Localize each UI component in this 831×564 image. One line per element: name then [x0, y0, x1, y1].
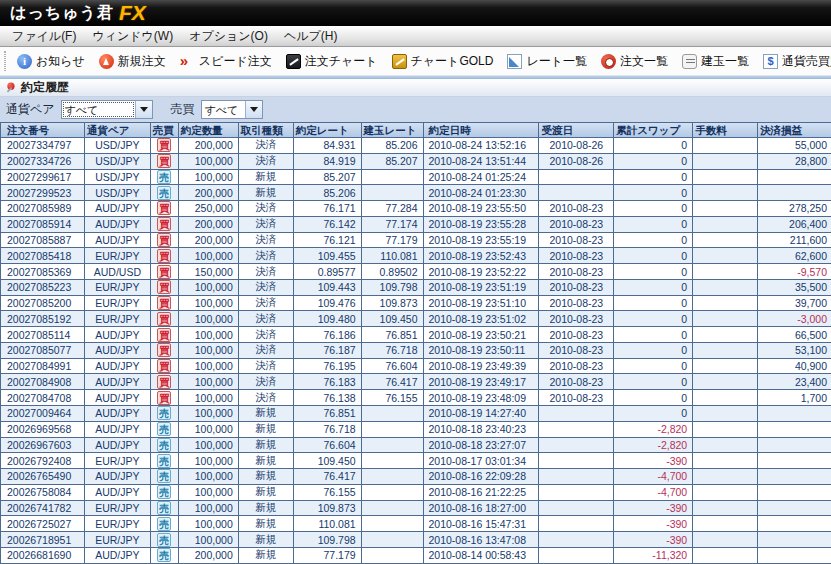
toolbar-button-new-order[interactable]: 新規注文	[92, 51, 173, 72]
table-row[interactable]: 20027085077AUD/JPY買100,000決済76.18776.718…	[0, 343, 831, 359]
cell-swap: 0	[614, 233, 693, 248]
toolbar-button-currency-summary[interactable]: 通貨売買別	[756, 51, 831, 72]
cell-trade-type: 新規	[239, 469, 294, 484]
cell-pair: USD/JPY	[85, 185, 151, 200]
currency-pair-dropdown-button[interactable]	[135, 101, 152, 118]
side-select[interactable]: すべて	[201, 100, 263, 119]
table-row[interactable]: 20027084908AUD/JPY買100,000決済76.18376.417…	[0, 374, 831, 390]
menu-item-0[interactable]: ファイル(F)	[4, 26, 84, 47]
toolbar-grip[interactable]	[4, 51, 6, 71]
currency-pair-select[interactable]: すべて	[61, 100, 153, 119]
table-row[interactable]: 20027085887AUD/JPY買200,000決済76.12177.179…	[0, 233, 831, 249]
cell-fee	[693, 438, 758, 453]
toolbar-button-position-list[interactable]: 建玉一覧	[675, 51, 756, 72]
table-row[interactable]: 20026765490AUD/JPY売100,000新規76.4172010-0…	[0, 469, 831, 485]
cell-order-no: 20026792408	[1, 453, 85, 468]
table-row[interactable]: 20027085200EUR/JPY買100,000決済109.476109.8…	[0, 296, 831, 312]
table-row[interactable]: 20027009464AUD/JPY売100,000新規76.8512010-0…	[0, 406, 831, 422]
cell-exec-rate: 76.183	[294, 374, 362, 389]
info-icon	[17, 54, 32, 69]
cell-trade-type: 決済	[239, 280, 294, 295]
cell-exec-datetime: 2010-08-18 23:27:07	[424, 438, 540, 453]
cell-open-rate: 77.179	[362, 233, 424, 248]
cell-fee	[693, 422, 758, 437]
table-row[interactable]: 20027085369AUD/USD買150,000決済0.895770.895…	[0, 264, 831, 280]
cell-value-date: 2010-08-23	[539, 327, 614, 342]
cell-trade-type: 決済	[239, 201, 294, 216]
cell-trade-type: 決済	[239, 296, 294, 311]
table-row[interactable]: 20026681690AUD/JPY売200,000新規77.1792010-0…	[0, 548, 831, 564]
toolbar-button-rate-list[interactable]: レート一覧	[500, 51, 594, 72]
cell-side: 売	[151, 438, 179, 453]
buy-badge: 買	[157, 217, 171, 231]
cell-fee	[693, 501, 758, 516]
cell-exec-rate: 76.604	[294, 438, 362, 453]
cell-quantity: 100,000	[179, 248, 239, 263]
menu-item-1[interactable]: ウィンドウ(W)	[84, 26, 181, 47]
cell-exec-datetime: 2010-08-19 23:50:21	[424, 327, 540, 342]
table-row[interactable]: 20027334797USD/JPY買200,000決済84.93185.206…	[0, 138, 831, 154]
cell-trade-type: 決済	[239, 343, 294, 358]
menu-item-3[interactable]: ヘルプ(H)	[276, 26, 346, 47]
cell-trade-type: 決済	[239, 233, 294, 248]
cell-fee	[693, 138, 758, 153]
toolbar-button-speed-order[interactable]: スピード注文	[173, 51, 279, 72]
cell-fee	[693, 485, 758, 500]
table-row[interactable]: 20026969568AUD/JPY売100,000新規76.7182010-0…	[0, 422, 831, 438]
cell-exec-rate: 109.443	[294, 280, 362, 295]
menu-item-2[interactable]: オプション(O)	[181, 26, 276, 47]
cell-pair: AUD/USD	[85, 264, 151, 279]
cell-pl	[758, 170, 831, 185]
cell-value-date	[539, 453, 614, 468]
table-row[interactable]: 20027084991AUD/JPY買100,000決済76.19576.604…	[0, 359, 831, 375]
table-row[interactable]: 20027085418EUR/JPY買100,000決済109.455110.0…	[0, 248, 831, 264]
cell-fee	[693, 469, 758, 484]
cell-pl: 28,800	[758, 154, 831, 169]
cell-trade-type: 新規	[239, 516, 294, 531]
cell-exec-datetime: 2010-08-16 18:27:00	[424, 501, 540, 516]
table-row[interactable]: 20027085914AUD/JPY買200,000決済76.14277.174…	[0, 217, 831, 233]
cell-pair: EUR/JPY	[85, 280, 151, 295]
cell-pair: EUR/JPY	[85, 248, 151, 263]
cell-exec-rate: 85.206	[294, 185, 362, 200]
cell-swap: -4,700	[614, 469, 693, 484]
cell-pair: AUD/JPY	[85, 406, 151, 421]
table-body: 20027334797USD/JPY買200,000決済84.93185.206…	[0, 138, 831, 564]
table-row[interactable]: 20027085989AUD/JPY買250,000決済76.17177.284…	[0, 201, 831, 217]
table-row[interactable]: 20026792408EUR/JPY売100,000新規109.4502010-…	[0, 453, 831, 469]
table-row[interactable]: 20027084708AUD/JPY買100,000決済76.13876.155…	[0, 390, 831, 406]
cell-side: 売	[151, 170, 179, 185]
toolbar-button-label: 通貨売買別	[782, 53, 831, 70]
table-row[interactable]: 20027085223EUR/JPY買100,000決済109.443109.7…	[0, 280, 831, 296]
table-row[interactable]: 20027085192EUR/JPY買100,000決済109.480109.4…	[0, 311, 831, 327]
toolbar-button-label: スピード注文	[199, 53, 272, 70]
toolbar-button-order-chart[interactable]: 注文チャート	[279, 51, 385, 72]
cell-exec-datetime: 2010-08-19 23:51:10	[424, 296, 540, 311]
panel-header: 約定履歴	[0, 79, 831, 97]
table-row[interactable]: 20027334726USD/JPY買100,000決済84.91985.207…	[0, 154, 831, 170]
cell-open-rate	[362, 185, 424, 200]
cell-pl: 206,400	[758, 217, 831, 232]
toolbar-button-chart-gold[interactable]: チャートGOLD	[385, 51, 501, 72]
table-row[interactable]: 20026741782EUR/JPY売100,000新規109.8732010-…	[0, 501, 831, 517]
table-row[interactable]: 20026725027EUR/JPY売100,000新規110.0812010-…	[0, 516, 831, 532]
table-row[interactable]: 20027299617USD/JPY売100,000新規85.2072010-0…	[0, 170, 831, 186]
table-row[interactable]: 20026967603AUD/JPY売100,000新規76.6042010-0…	[0, 438, 831, 454]
table-row[interactable]: 20027299523USD/JPY売200,000新規85.2062010-0…	[0, 185, 831, 201]
cell-fee	[693, 532, 758, 547]
cell-value-date	[539, 406, 614, 421]
table-row[interactable]: 20026718951EUR/JPY売100,000新規109.7982010-…	[0, 532, 831, 548]
cell-quantity: 200,000	[179, 233, 239, 248]
cell-value-date: 2010-08-23	[539, 311, 614, 326]
sell-badge: 売	[157, 406, 171, 420]
table-row[interactable]: 20027085114AUD/JPY買100,000決済76.18676.851…	[0, 327, 831, 343]
table-row[interactable]: 20026758084AUD/JPY売100,000新規76.1552010-0…	[0, 485, 831, 501]
cell-value-date: 2010-08-23	[539, 374, 614, 389]
cell-order-no: 20027085192	[1, 311, 85, 326]
cell-trade-type: 決済	[239, 154, 294, 169]
side-dropdown-button[interactable]	[245, 101, 262, 118]
cell-fee	[693, 280, 758, 295]
cell-open-rate: 109.873	[362, 296, 424, 311]
toolbar-button-order-list[interactable]: 注文一覧	[594, 51, 675, 72]
toolbar-button-info[interactable]: お知らせ	[10, 51, 92, 72]
